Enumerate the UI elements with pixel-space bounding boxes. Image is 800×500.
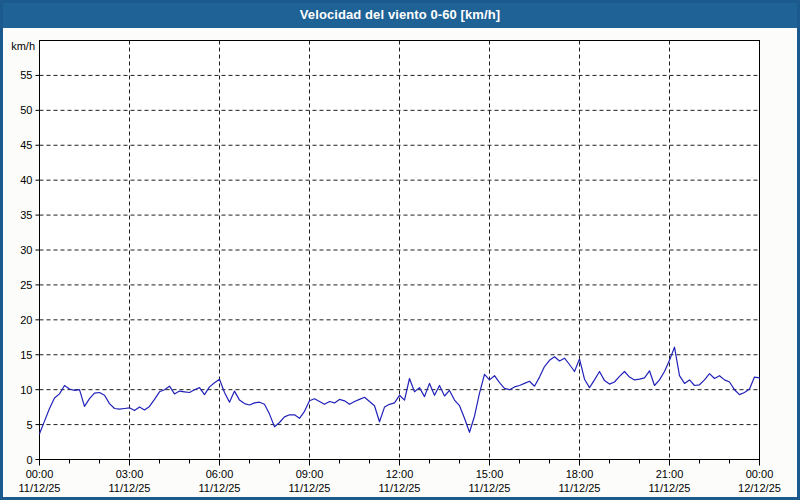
y-tick-label: 5 [26, 419, 32, 431]
x-tick-time-label: 21:00 [656, 468, 684, 480]
x-tick-date-label: 11/12/25 [18, 482, 60, 494]
y-tick-label: 30 [20, 244, 32, 256]
x-tick-time-label: 03:00 [116, 468, 144, 480]
y-tick-label: 40 [20, 174, 32, 186]
y-tick-label: 15 [20, 349, 32, 361]
x-tick-date-label: 12/12/25 [738, 482, 781, 494]
x-tick-time-label: 15:00 [476, 468, 504, 480]
wind-chart-window: Velocidad del viento 0-60 [km/h] 0510152… [0, 0, 800, 500]
wind-speed-chart: 0510152025303540455055km/h00:0011/12/250… [0, 0, 800, 500]
x-tick-time-label: 00:00 [746, 468, 774, 480]
y-tick-label: 20 [20, 314, 32, 326]
x-tick-date-label: 11/12/25 [648, 482, 690, 494]
y-tick-label: 55 [20, 69, 32, 81]
x-tick-date-label: 11/12/25 [108, 482, 150, 494]
x-tick-time-label: 18:00 [566, 468, 594, 480]
x-tick-date-label: 11/12/25 [288, 482, 330, 494]
y-axis-unit-label: km/h [11, 40, 35, 52]
x-tick-date-label: 11/12/25 [198, 482, 240, 494]
y-tick-label: 50 [20, 104, 32, 116]
y-tick-label: 35 [20, 209, 32, 221]
x-tick-time-label: 12:00 [386, 468, 414, 480]
x-tick-date-label: 11/12/25 [378, 482, 420, 494]
y-tick-label: 45 [20, 139, 32, 151]
x-tick-time-label: 06:00 [206, 468, 234, 480]
y-tick-label: 10 [20, 384, 32, 396]
y-tick-label: 0 [26, 454, 32, 466]
y-tick-label: 25 [20, 279, 32, 291]
x-tick-time-label: 09:00 [296, 468, 324, 480]
x-tick-time-label: 00:00 [26, 468, 54, 480]
x-tick-date-label: 11/12/25 [468, 482, 510, 494]
x-tick-date-label: 11/12/25 [558, 482, 600, 494]
